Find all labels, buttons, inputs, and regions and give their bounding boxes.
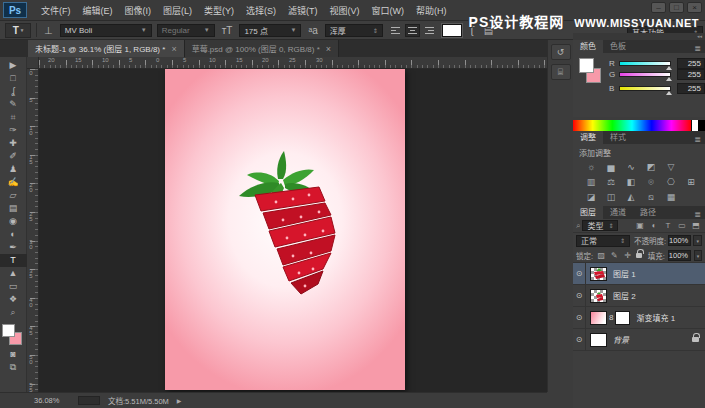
color-balance-icon[interactable]: ⚖ (603, 176, 619, 189)
layer-name[interactable]: 图层 1 (613, 268, 636, 279)
chevron-down-icon[interactable]: ▾ (694, 250, 702, 261)
align-left-icon[interactable] (388, 24, 403, 37)
black-white-icon[interactable]: ◧ (623, 176, 639, 189)
layer-row-background[interactable]: ⊙ 背景 (573, 329, 705, 351)
slider-handle[interactable] (666, 91, 672, 95)
dodge-tool[interactable]: ◐ (0, 228, 27, 241)
panel-menu-icon[interactable]: ≣ (690, 135, 705, 144)
lasso-tool[interactable]: ʆ (0, 85, 27, 98)
vibrance-icon[interactable]: ▽ (663, 161, 679, 174)
filter-adjustment-icon[interactable]: ◐ (648, 221, 660, 230)
type-tool[interactable]: T (0, 254, 27, 267)
horizontal-ruler[interactable]: 20 15 10 5 0 5 10 15 20 25 30 (39, 57, 547, 69)
channel-r-value[interactable]: 255 (677, 58, 705, 69)
tab-layers[interactable]: 图层 (573, 206, 603, 219)
marquee-tool[interactable]: □ (0, 72, 27, 85)
selective-color-icon[interactable]: ▦ (663, 191, 679, 204)
font-family-select[interactable]: MV Boli ▼ (60, 24, 152, 37)
channel-g-slider[interactable] (619, 72, 671, 77)
menu-type[interactable]: 类型(Y) (198, 4, 240, 17)
exposure-icon[interactable]: ◩ (643, 161, 659, 174)
tab-paths[interactable]: 路径 (633, 206, 663, 219)
tab-styles[interactable]: 样式 (603, 131, 633, 144)
filter-shape-icon[interactable]: ▭ (676, 221, 688, 230)
tab-color[interactable]: 颜色 (573, 40, 603, 53)
zoom-level-field[interactable]: 36.08% (34, 396, 70, 405)
spectrum-white[interactable] (691, 120, 698, 131)
gradient-map-icon[interactable]: ⧅ (643, 191, 659, 204)
filter-smart-object-icon[interactable]: ⬒ (690, 221, 702, 230)
menu-edit[interactable]: 编辑(E) (77, 4, 119, 17)
tab-channels[interactable]: 通道 (603, 206, 633, 219)
anti-alias-select[interactable]: 浑厚 ⇕ (325, 24, 383, 37)
crop-tool[interactable]: ⌗ (0, 111, 27, 124)
menu-filter[interactable]: 滤镜(T) (282, 4, 324, 17)
tab-swatches[interactable]: 色板 (603, 40, 633, 53)
foreground-color-swatch[interactable] (579, 58, 594, 73)
layer-thumbnail[interactable] (590, 267, 607, 281)
tab-adjustments[interactable]: 调整 (573, 131, 603, 144)
status-menu-arrow-icon[interactable]: ▶ (177, 397, 182, 404)
layer-thumbnail[interactable] (590, 333, 607, 347)
photo-filter-icon[interactable]: ⌾ (643, 176, 659, 189)
levels-icon[interactable]: ▅ (603, 161, 619, 174)
close-icon[interactable]: × (171, 44, 176, 54)
eraser-tool[interactable]: ▱ (0, 189, 27, 202)
align-right-icon[interactable] (422, 24, 437, 37)
slider-handle[interactable] (666, 77, 672, 81)
screen-mode-icon[interactable]: ⧉ (0, 361, 27, 374)
hand-tool[interactable]: ❖ (0, 293, 27, 306)
collapse-panels-icon[interactable]: ◂◂ (573, 33, 705, 40)
panel-menu-icon[interactable]: ≣ (690, 44, 705, 53)
layer-name[interactable]: 图层 2 (613, 290, 636, 301)
type-tool-badge[interactable]: T ▾ (5, 23, 31, 38)
healing-brush-tool[interactable]: ✚ (0, 137, 27, 150)
shape-tool[interactable]: ▭ (0, 280, 27, 293)
panel-menu-icon[interactable]: ≣ (690, 210, 705, 219)
slider-handle[interactable] (666, 66, 672, 70)
gradient-tool[interactable]: ▤ (0, 202, 27, 215)
font-style-select[interactable]: Regular ▼ (157, 24, 215, 37)
lock-all-icon[interactable] (636, 253, 642, 258)
lock-position-icon[interactable]: ✛ (623, 251, 633, 260)
threshold-icon[interactable]: ◭ (623, 191, 639, 204)
layer-name[interactable]: 渐变填充 1 (636, 312, 675, 323)
layer-row-gradient-fill[interactable]: ⊙ 8 渐变填充 1 (573, 307, 705, 329)
eyedropper-tool[interactable]: ✑ (0, 124, 27, 137)
visibility-eye-icon[interactable]: ⊙ (573, 285, 586, 307)
font-size-select[interactable]: 175 点 ▼ (239, 24, 301, 37)
layer-thumbnail[interactable] (590, 289, 607, 303)
layer-filter-select[interactable]: 类型 ⇕ (582, 220, 618, 231)
brush-tool[interactable]: ✐ (0, 150, 27, 163)
vertical-ruler[interactable]: 0 5 10 15 20 25 30 35 40 45 50 55 (27, 69, 39, 392)
hue-saturation-icon[interactable]: ▥ (583, 176, 599, 189)
color-spectrum-bar[interactable] (573, 120, 705, 131)
menu-view[interactable]: 视图(V) (324, 4, 366, 17)
brightness-contrast-icon[interactable]: ☼ (583, 161, 599, 174)
channel-b-value[interactable]: 255 (677, 83, 705, 94)
fill-value[interactable]: 100% (668, 250, 691, 261)
document-canvas[interactable] (165, 69, 405, 390)
visibility-eye-icon[interactable]: ⊙ (573, 307, 586, 329)
invert-icon[interactable]: ◪ (583, 191, 599, 204)
pen-tool[interactable]: ✒ (0, 241, 27, 254)
close-icon[interactable]: × (326, 44, 331, 54)
lock-transparency-icon[interactable]: ▨ (596, 251, 606, 260)
menu-file[interactable]: 文件(F) (35, 4, 77, 17)
foreground-color-swatch[interactable] (2, 324, 15, 337)
history-brush-tool[interactable]: ✍ (0, 176, 27, 189)
path-selection-tool[interactable]: ▲ (0, 267, 27, 280)
channel-mixer-icon[interactable]: ⎔ (663, 176, 679, 189)
lock-pixels-icon[interactable]: ✎ (609, 251, 619, 260)
blur-tool[interactable]: ◉ (0, 215, 27, 228)
visibility-eye-icon[interactable]: ⊙ (573, 329, 586, 351)
align-center-icon[interactable] (405, 24, 420, 37)
channel-r-slider[interactable] (619, 61, 671, 66)
layer-row-layer1[interactable]: ⊙ 图层 1 (573, 263, 705, 285)
channel-g-value[interactable]: 255 (677, 69, 705, 80)
menu-window[interactable]: 窗口(W) (366, 4, 411, 17)
visibility-eye-icon[interactable]: ⊙ (573, 263, 586, 285)
curves-icon[interactable]: ∿ (623, 161, 639, 174)
layer-row-layer2[interactable]: ⊙ 图层 2 (573, 285, 705, 307)
text-color-swatch[interactable] (442, 24, 462, 37)
